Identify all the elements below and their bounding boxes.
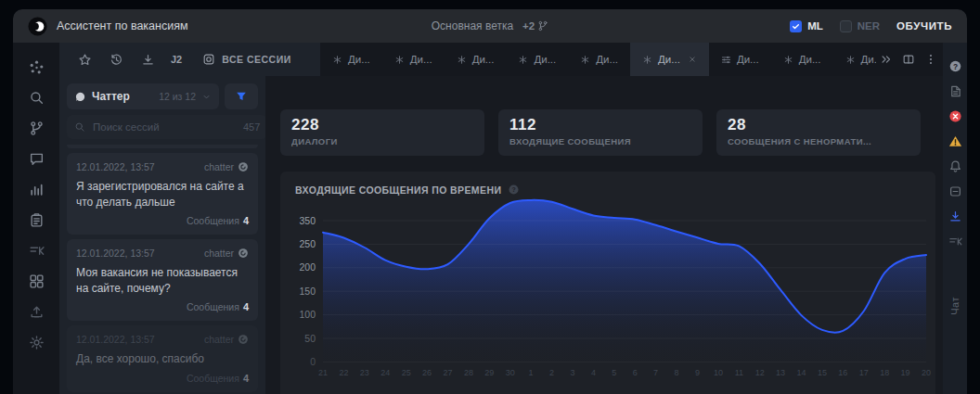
session-search[interactable]: 457	[67, 115, 265, 139]
rail-item-branches[interactable]	[20, 113, 52, 144]
favorites-button[interactable]	[72, 47, 97, 71]
x-axis-label: 13	[776, 368, 785, 377]
tab-label: Ди...	[658, 54, 680, 65]
session-channel: chatter	[204, 161, 249, 172]
session-search-row: 457	[67, 115, 258, 139]
sliders-icon	[721, 55, 731, 65]
funnel-icon	[235, 90, 248, 103]
rail-item-search[interactable]	[20, 83, 52, 113]
dialog-tab-9[interactable]: Ди...	[833, 43, 877, 76]
j2-badge[interactable]: J2	[167, 54, 186, 65]
session-card-partial-top[interactable]	[67, 145, 258, 148]
rail-item-docs[interactable]	[945, 79, 965, 104]
left-rail	[13, 43, 59, 394]
y-axis-label: 200	[299, 261, 316, 273]
sessions-icon	[202, 53, 215, 66]
dialog-tab-4[interactable]: Ди...	[506, 43, 568, 76]
rail-item-tasks[interactable]	[945, 229, 965, 254]
double-chevron-right-icon	[880, 53, 893, 66]
history-button[interactable]	[104, 47, 128, 71]
right-rail: ?Чат	[943, 43, 967, 394]
stat-label: ВХОДЯЩИЕ СООБЩЕНИЯ	[509, 136, 691, 146]
x-axis-label: 25	[402, 368, 411, 377]
export-button[interactable]	[135, 47, 160, 71]
x-axis-label: 2	[549, 368, 554, 377]
journal-icon	[29, 212, 45, 228]
search-icon	[29, 90, 45, 106]
rail-item-entities[interactable]	[20, 235, 52, 266]
session-card[interactable]: 12.01.2022, 13:57chatterМоя вакансия не …	[67, 239, 258, 321]
ml-label: ML	[807, 20, 823, 32]
session-card[interactable]: 12.01.2022, 13:57chatterЯ зарегистрирова…	[67, 153, 258, 235]
svg-text:?: ?	[952, 62, 957, 71]
source-selector[interactable]: Чаттер 12 из 12	[67, 83, 219, 109]
ml-toggle[interactable]: ML	[790, 20, 823, 32]
rail-item-deploy-download[interactable]	[945, 204, 965, 229]
tabintent-icon	[332, 55, 342, 65]
entities-icon	[948, 235, 962, 248]
x-axis-label: 19	[901, 368, 910, 377]
integrations-icon	[29, 273, 45, 289]
rail-item-integrations[interactable]	[20, 266, 52, 297]
x-axis-label: 1	[529, 368, 534, 377]
y-axis-label: 100	[299, 309, 316, 320]
rail-item-help[interactable]: ?	[945, 54, 965, 79]
rail-item-dialogs[interactable]	[20, 144, 52, 174]
dialog-tab-8[interactable]: Ди...	[771, 43, 833, 76]
x-axis-label: 4	[591, 368, 596, 377]
tabs-overflow-button[interactable]	[876, 47, 896, 71]
dialog-tab-6[interactable]: Ди...	[630, 43, 709, 76]
tab-close-icon[interactable]	[688, 55, 697, 64]
warn-icon	[948, 134, 962, 148]
rail-item-intents[interactable]	[20, 52, 52, 83]
session-search-input[interactable]	[91, 121, 238, 133]
y-axis-label: 250	[299, 238, 316, 249]
dialog-tab-5[interactable]: Ди...	[568, 43, 630, 76]
chevron-down-icon	[201, 92, 212, 102]
dialog-tab-7[interactable]: Ди...	[709, 43, 771, 76]
session-date: 12.01.2022, 13:57	[76, 248, 155, 259]
tab-label: Ди...	[472, 54, 495, 65]
rail-item-settings[interactable]	[20, 327, 52, 358]
dialog-tab-1[interactable]: Ди...	[320, 43, 382, 76]
x-axis-label: 14	[796, 368, 806, 377]
tab-menu-button[interactable]	[921, 47, 941, 71]
tab-strip-end	[876, 43, 943, 76]
train-button[interactable]: ОБУЧИТЬ	[896, 20, 952, 32]
messages-count: 4	[243, 215, 249, 226]
tabintent-icon	[845, 55, 856, 65]
y-axis-label: 50	[304, 333, 316, 344]
source-name: Чаттер	[92, 90, 130, 103]
tabintent-icon	[783, 55, 793, 65]
topbar-actions: ML NER ОБУЧИТЬ	[790, 20, 952, 32]
ml-checkbox	[790, 20, 802, 32]
tabintent-icon	[518, 55, 528, 65]
all-sessions-tab[interactable]: ВСЕ СЕССИИ	[202, 53, 291, 66]
rail-item-journal[interactable]	[20, 205, 52, 235]
tab-strip: J2 ВСЕ СЕССИИ Ди...Ди...Ди...Ди...Ди...Д…	[59, 43, 943, 76]
session-card[interactable]: 12.01.2022, 13:57chatterДа, все хорошо, …	[67, 325, 258, 392]
desktop-background: Ассистент по вакансиям Основная ветка +2…	[0, 0, 980, 394]
rail-item-errors[interactable]	[945, 104, 965, 129]
session-messages: Сообщения4	[76, 373, 249, 384]
tab-label: Ди...	[410, 54, 432, 65]
search-icon	[74, 121, 85, 133]
x-axis-label: 6	[633, 368, 638, 377]
tabintent-icon	[845, 55, 856, 65]
close-icon	[688, 55, 697, 64]
error-icon	[948, 109, 962, 123]
split-view-button[interactable]	[898, 47, 919, 71]
rail-item-warnings[interactable]	[945, 129, 965, 154]
rail-item-chat-widget[interactable]	[945, 179, 965, 204]
dialog-tab-2[interactable]: Ди...	[382, 43, 445, 76]
rail-item-deploy[interactable]	[20, 297, 52, 327]
sessions-panel: Чаттер 12 из 12 457 12.01.2022, 13:	[59, 76, 265, 394]
dialog-tab-3[interactable]: Ди...	[445, 43, 507, 76]
filter-button[interactable]	[225, 83, 258, 109]
incoming-messages-chart: 3502502001501005002122232425262728293012…	[280, 172, 935, 394]
chat-vertical-tab[interactable]: Чат	[949, 297, 961, 315]
ner-toggle[interactable]: NER	[840, 20, 880, 32]
rail-item-analytics[interactable]	[20, 174, 52, 205]
branch-icon	[537, 20, 548, 32]
rail-item-notifications[interactable]	[945, 154, 965, 179]
